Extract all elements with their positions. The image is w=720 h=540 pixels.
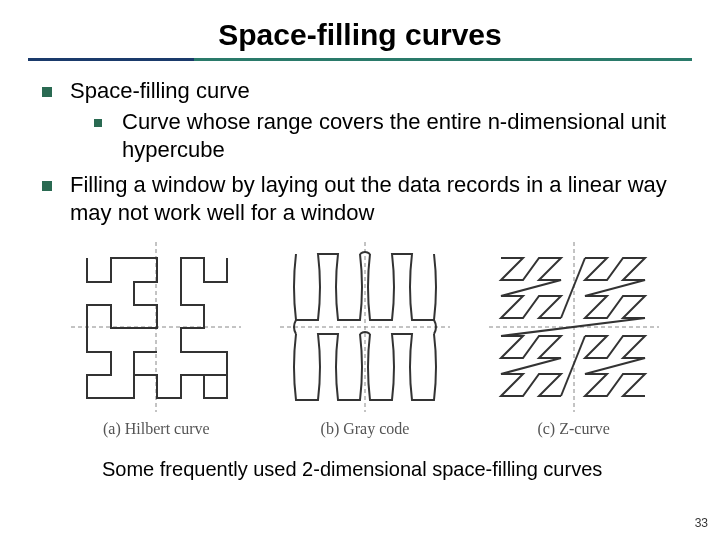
square-bullet-icon [42, 181, 52, 191]
figure-panel-a: (a) Hilbert curve [56, 242, 256, 438]
square-bullet-icon [94, 119, 102, 127]
figure-panel-c: (c) Z-curve [474, 242, 674, 438]
title-area: Space-filling curves [28, 14, 692, 58]
bullet-item: Filling a window by laying out the data … [42, 171, 688, 228]
figure-caption-b: (b) Gray code [321, 420, 410, 438]
content-area: Space-filling curve Curve whose range co… [28, 73, 692, 481]
bullet-item: Space-filling curve Curve whose range co… [42, 77, 688, 165]
svg-line-8 [561, 336, 585, 396]
hilbert-curve-icon [71, 242, 241, 412]
slide-title: Space-filling curves [28, 14, 692, 58]
figure-panel-b: (b) Gray code [265, 242, 465, 438]
svg-line-6 [561, 258, 585, 318]
title-underline [28, 58, 692, 61]
slide: Space-filling curves Space-filling curve… [0, 0, 720, 540]
sub-bullet-list: Curve whose range covers the entire n-di… [70, 108, 688, 165]
sub-bullet-item: Curve whose range covers the entire n-di… [94, 108, 688, 165]
figure-area: (a) Hilbert curve [42, 242, 688, 438]
z-curve-icon [489, 242, 659, 412]
gray-code-icon [280, 242, 450, 412]
figure-caption-a: (a) Hilbert curve [103, 420, 210, 438]
figure-summary-caption: Some frequently used 2-dimensional space… [42, 458, 688, 481]
bullet-list: Space-filling curve Curve whose range co… [42, 77, 688, 228]
bullet-text: Space-filling curve [70, 78, 250, 103]
square-bullet-icon [42, 87, 52, 97]
figure-caption-c: (c) Z-curve [537, 420, 609, 438]
sub-bullet-text: Curve whose range covers the entire n-di… [122, 109, 666, 163]
page-number: 33 [695, 516, 708, 530]
bullet-text: Filling a window by laying out the data … [70, 172, 667, 226]
